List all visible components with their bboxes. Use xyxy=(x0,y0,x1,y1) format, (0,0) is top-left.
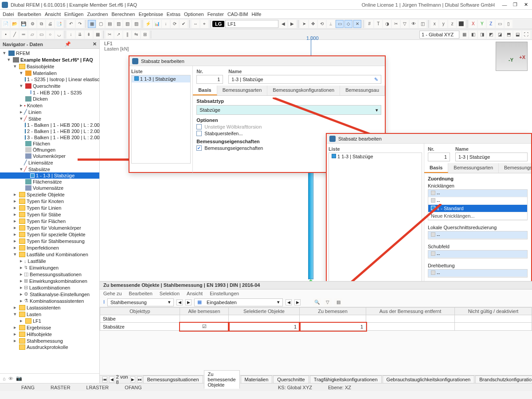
bt-last-icon[interactable]: ⏭ xyxy=(137,376,142,383)
bp-grid[interactable]: Objekttyp Alle bemessen Selektierte Obje… xyxy=(100,307,532,331)
menu-cadbim[interactable]: CAD-BIM xyxy=(227,12,248,17)
view-grid-icon[interactable]: ▤ xyxy=(106,20,113,28)
menu-ergebnisse[interactable]: Ergebnisse xyxy=(139,12,163,17)
menu-hilfe[interactable]: Hilfe xyxy=(251,12,261,17)
lf-next-icon[interactable]: ▶ xyxy=(288,20,296,28)
bt-first-icon[interactable]: ⏮ xyxy=(102,376,107,383)
nav-home-icon[interactable]: ⌂ xyxy=(3,376,6,381)
calc-icon[interactable]: ⚡ xyxy=(144,20,152,28)
l-member-icon[interactable]: ⇟ xyxy=(85,31,93,39)
draw-circle-icon[interactable]: ○ xyxy=(46,31,54,39)
bp-prev2-icon[interactable]: ◀ xyxy=(286,299,292,305)
bt-zubem[interactable]: Zu bemessende Objekte xyxy=(204,370,240,389)
nav-cam-icon[interactable]: 📷 xyxy=(16,376,22,381)
draw-member-icon[interactable]: ═ xyxy=(20,31,27,39)
bt-mat[interactable]: Materialien xyxy=(241,376,273,383)
cs-z-icon[interactable]: z xyxy=(448,20,456,28)
cs5-icon[interactable]: ◪ xyxy=(496,31,504,39)
view-5-icon[interactable]: ▧ xyxy=(123,20,131,28)
draw-surface-icon[interactable]: ▱ xyxy=(28,31,36,39)
dlg2-tab-bemkonfig[interactable]: Bemessungskonfig xyxy=(499,163,531,173)
color-icon[interactable]: ◑ xyxy=(383,20,391,28)
cs6-icon[interactable]: ⬒ xyxy=(505,31,512,39)
filter-icon[interactable]: ▽ xyxy=(401,20,409,28)
section-icon[interactable]: ◫ xyxy=(419,20,426,28)
rotate-icon[interactable]: ⟲ xyxy=(318,20,326,28)
bp-dd-module[interactable]: Stahlbemessung▾ xyxy=(107,298,174,306)
lf-prev-icon[interactable]: ◀ xyxy=(279,20,287,28)
extend-icon[interactable]: ↗ xyxy=(114,31,122,39)
dlg2-tab-basis[interactable]: Basis xyxy=(424,163,448,173)
copy-icon[interactable]: ⧉ xyxy=(37,20,45,28)
open-icon[interactable]: 📂 xyxy=(11,20,19,28)
bt-brand[interactable]: Brandschutzkonfigurationen xyxy=(475,376,532,383)
bt-gebr[interactable]: Gebrauchstauglichkeitskonfigurationen xyxy=(383,376,475,383)
nav-tree[interactable]: ▾RFEM ▾Example Member Set.rf6* | FAQ ▾Ba… xyxy=(0,49,99,373)
dlg2-list[interactable]: 1 1-3 | Stabzüge xyxy=(329,153,422,283)
sb-lraster[interactable]: LRASTER xyxy=(83,385,113,390)
draw-node-icon[interactable]: • xyxy=(2,31,10,39)
doc-icon[interactable]: 📑 xyxy=(55,20,63,28)
check-icon[interactable]: ✔ xyxy=(180,20,188,28)
nav-eye-icon[interactable]: 👁 xyxy=(8,376,13,381)
bp-cols-icon[interactable]: ▤ xyxy=(334,298,342,306)
l-node-icon[interactable]: ↓ xyxy=(67,31,75,39)
dlg1-list[interactable]: 1 1-3 | Stabzüge xyxy=(131,75,191,164)
global-cs-select[interactable]: 1 - Global XYZ xyxy=(419,31,459,39)
measure-icon[interactable]: ⟂ xyxy=(327,20,335,28)
cs2-icon[interactable]: ◧ xyxy=(469,31,477,39)
loads-icon[interactable]: ↓ xyxy=(162,20,170,28)
snap-icon[interactable]: ⌖ xyxy=(200,20,208,28)
cs4-icon[interactable]: ◩ xyxy=(487,31,495,39)
l-area-icon[interactable]: ▦ xyxy=(94,31,102,39)
l-line-icon[interactable]: ⇊ xyxy=(76,31,84,39)
menu-datei[interactable]: Datei xyxy=(3,12,14,17)
menu-optionen[interactable]: Optionen xyxy=(184,12,204,17)
undo-icon[interactable]: ↶ xyxy=(67,20,75,28)
dlg2-nr-input[interactable]: 1 xyxy=(428,153,450,161)
model-canvas[interactable]: LF1 Lasten [kN] 1.000 +X-Y → X ↑ Y ↓ Z S… xyxy=(100,40,532,383)
bt-trag[interactable]: Tragfähigkeitskonfigurationen xyxy=(310,376,382,383)
view-cube[interactable]: +X-Y xyxy=(496,42,528,71)
menu-zuordnen[interactable]: Zuordnen xyxy=(87,12,108,17)
view-shade-icon[interactable]: ▦ xyxy=(88,20,96,28)
dlg1-tab-bemarten[interactable]: Bemessungsarten xyxy=(217,86,268,95)
sb-raster[interactable]: RASTER xyxy=(47,385,74,390)
dlg1-opt-woelb[interactable]: Unstetige Wölbkrafttorsion xyxy=(196,124,381,129)
sb-fang[interactable]: FANG xyxy=(18,385,38,390)
nav-pin-icon[interactable]: 📌 xyxy=(65,41,71,47)
menu-ansicht[interactable]: Ansicht xyxy=(45,12,61,17)
dlg1-name-input[interactable]: 1-3 | Stabzüge✎ xyxy=(228,75,381,84)
menu-berechnen[interactable]: Berechnen xyxy=(112,12,135,17)
bp-gehezu[interactable]: Gehe zu xyxy=(103,291,122,296)
bt-next-icon[interactable]: ▶ xyxy=(130,376,135,383)
num-on-icon[interactable]: # xyxy=(365,20,373,28)
view-4-icon[interactable]: ▥ xyxy=(114,20,122,28)
print-icon[interactable]: 🖨 xyxy=(46,20,54,28)
gear-icon[interactable]: ⚙ xyxy=(28,20,36,28)
axis-x-icon[interactable]: X xyxy=(469,20,477,28)
sb-ofang[interactable]: OFANG xyxy=(121,385,145,390)
dlg2-schub[interactable]: -- xyxy=(428,250,528,258)
dlg2-lokqr[interactable]: -- xyxy=(428,231,528,239)
mirror-icon[interactable]: ⇋ xyxy=(132,31,140,39)
dlg1-stabsatztyp-select[interactable]: Stabzüge▾ xyxy=(196,105,381,115)
redo-icon[interactable]: ↷ xyxy=(76,20,84,28)
menu-einfuegen[interactable]: Einfügen xyxy=(64,12,83,17)
dlg2-name-input[interactable]: 1-3 | Stabzüge xyxy=(455,153,528,161)
dim-icon[interactable]: ↔ xyxy=(192,20,200,28)
offset-icon[interactable]: ∥ xyxy=(123,31,131,39)
new-icon[interactable]: 📄 xyxy=(2,20,10,28)
axis-y-icon[interactable]: Y xyxy=(478,20,486,28)
restore-button[interactable]: ❐ xyxy=(511,1,520,8)
dlg2-tab-bemarten[interactable]: Bemessungsarten xyxy=(448,163,499,173)
move-icon[interactable]: ✥ xyxy=(309,20,317,28)
clip-icon[interactable]: ✂ xyxy=(392,20,400,28)
model-column[interactable] xyxy=(308,164,313,279)
array-icon[interactable]: ⊞ xyxy=(141,31,149,39)
draw-arc-icon[interactable]: ◡ xyxy=(55,31,63,39)
draw-line-icon[interactable]: ╱ xyxy=(11,31,19,39)
plane-xy-icon[interactable]: ▭ xyxy=(496,20,504,28)
edit-icon[interactable]: ✎ xyxy=(374,77,378,82)
cs3-icon[interactable]: ◨ xyxy=(478,31,486,39)
